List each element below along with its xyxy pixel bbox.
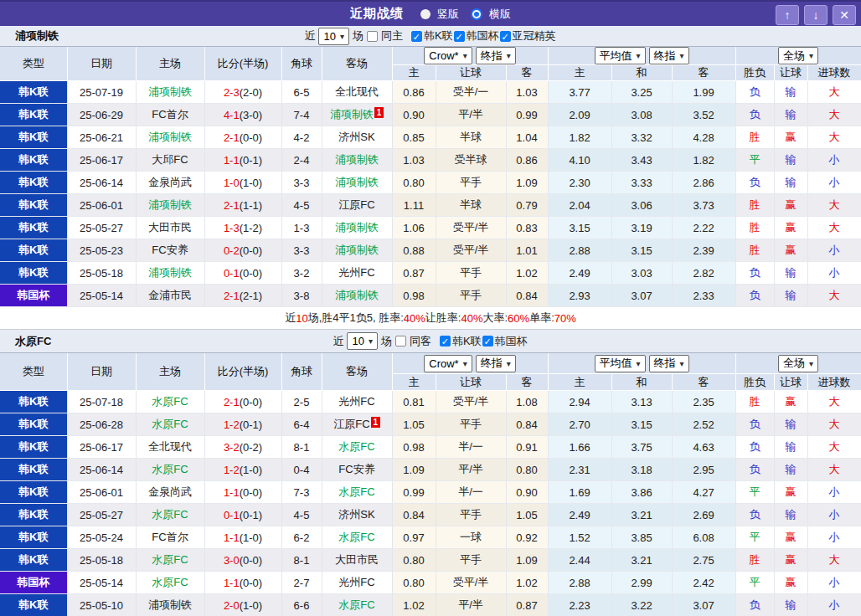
home-team: 浦项制铁 xyxy=(136,262,204,285)
radio-label[interactable]: 竖版 xyxy=(437,7,459,22)
league-type: 韩K联 xyxy=(0,391,67,413)
sub-header-ah-line: 让球 xyxy=(436,374,506,391)
avg-home-odds: 2.93 xyxy=(548,285,611,307)
bookmaker-select[interactable]: Crow*▾ xyxy=(424,47,472,64)
scope-select[interactable]: 全场▾ xyxy=(778,355,818,372)
score-halftime: 0-1(0-0) xyxy=(204,262,281,285)
avg-draw-odds: 3.75 xyxy=(611,436,672,459)
score-halftime: 3-0(0-0) xyxy=(204,549,281,572)
chevron-down-icon: ▾ xyxy=(507,51,511,60)
league-type: 韩国杯 xyxy=(0,285,67,307)
handicap-line: 平手 xyxy=(436,285,506,307)
close-button[interactable]: ✕ xyxy=(833,5,856,25)
match-date: 25-06-29 xyxy=(67,104,136,126)
score-halftime: 1-1(1-0) xyxy=(204,526,281,549)
corners: 7-4 xyxy=(281,104,322,126)
score-halftime: 1-1(0-0) xyxy=(204,572,281,594)
handicap-home-odds: 0.85 xyxy=(392,126,436,149)
col-header-away: 客场 xyxy=(322,353,392,391)
score-halftime: 0-1(0-1) xyxy=(204,504,281,526)
corners: 8-1 xyxy=(281,549,322,572)
result-goals: 小 xyxy=(807,481,861,504)
handicap-line: 受平/半 xyxy=(436,239,506,262)
avg-away-odds: 2.22 xyxy=(672,217,735,239)
match-row: 韩K联25-06-17大邱FC1-1(0-1)2-4浦项制铁1.03受半球0.8… xyxy=(0,149,861,172)
avg-away-odds: 2.86 xyxy=(672,172,735,194)
chevron-down-icon: ▾ xyxy=(637,51,641,60)
result-group-header: 全场▾ xyxy=(735,47,861,65)
odds-time-select[interactable]: 终指▾ xyxy=(649,355,689,372)
handicap-away-odds: 0.91 xyxy=(506,436,548,459)
handicap-line: 受平/半 xyxy=(436,572,506,594)
avg-draw-odds: 3.08 xyxy=(611,104,672,126)
match-row: 韩国杯25-05-14金浦市民2-1(2-1)3-8浦项制铁0.98平手0.84… xyxy=(0,285,861,307)
average-select[interactable]: 平均值▾ xyxy=(595,47,646,64)
average-select[interactable]: 平均值▾ xyxy=(595,355,646,372)
bookmaker-select[interactable]: Crow*▾ xyxy=(424,355,472,372)
checkbox-icon[interactable]: ✓ xyxy=(500,31,511,42)
checkbox-icon[interactable]: ✓ xyxy=(482,336,493,346)
result-goals: 大 xyxy=(807,549,861,572)
move-up-button[interactable]: ↑ xyxy=(776,5,799,25)
handicap-home-odds: 1.02 xyxy=(392,594,436,616)
scope-select[interactable]: 全场▾ xyxy=(778,47,818,64)
page-title: 近期战绩 xyxy=(350,6,404,22)
match-date: 25-05-10 xyxy=(67,594,136,616)
league-filter[interactable]: ✓亚冠精英 xyxy=(500,28,557,44)
league-filter[interactable]: ✓韩K联 xyxy=(440,334,482,349)
league-type: 韩K联 xyxy=(0,81,67,104)
avg-away-odds: 2.95 xyxy=(672,459,735,481)
checkbox-icon[interactable]: ✓ xyxy=(454,31,465,42)
avg-draw-odds: 3.25 xyxy=(611,81,672,104)
home-team: 大邱FC xyxy=(136,149,204,172)
score-halftime: 2-1(0-0) xyxy=(204,391,281,413)
summary-text: 单率: xyxy=(529,311,554,326)
checkbox-icon[interactable]: ✓ xyxy=(440,336,451,346)
handicap-home-odds: 0.80 xyxy=(392,572,436,594)
result-handicap: 赢 xyxy=(774,126,807,149)
radio-label[interactable]: 横版 xyxy=(489,7,511,22)
checkbox-icon[interactable]: ✓ xyxy=(411,31,422,42)
near-label: 近 xyxy=(304,28,315,44)
odds-time-select[interactable]: 终指▾ xyxy=(649,47,689,64)
match-count-select[interactable]: 10▾ xyxy=(318,28,349,45)
away-team: 浦项制铁 xyxy=(322,285,392,307)
radio-selected[interactable] xyxy=(472,10,481,18)
result-wdl: 负 xyxy=(735,172,774,194)
same-venue-label: 同主 xyxy=(381,28,403,44)
match-date: 25-06-14 xyxy=(67,172,136,194)
handicap-line: 半球 xyxy=(436,194,506,217)
same-venue-checkbox[interactable] xyxy=(367,31,378,42)
match-date: 25-07-19 xyxy=(67,81,136,104)
league-filter[interactable]: ✓韩国杯 xyxy=(454,28,500,44)
handicap-group-header: Crow*▾ 终指▾ xyxy=(392,353,548,374)
score-halftime: 1-1(0-0) xyxy=(204,481,281,504)
match-row: 韩K联25-05-27大田市民1-3(1-2)1-3浦项制铁1.06受平/半0.… xyxy=(0,217,861,239)
match-count-select[interactable]: 10▾ xyxy=(347,332,378,350)
result-goals: 大 xyxy=(807,194,861,217)
arrow-up-icon: ↑ xyxy=(785,9,791,21)
score-halftime: 3-2(0-2) xyxy=(204,436,281,459)
league-filter[interactable]: ✓韩国杯 xyxy=(482,334,528,349)
home-team: 大田市民 xyxy=(136,217,204,239)
move-down-button[interactable]: ↓ xyxy=(804,5,827,25)
avg-draw-odds: 3.18 xyxy=(611,459,672,481)
avg-home-odds: 1.69 xyxy=(548,481,611,504)
window-buttons: ↑ ↓ ✕ xyxy=(776,5,856,25)
corners: 8-1 xyxy=(281,436,322,459)
avg-draw-odds: 3.86 xyxy=(611,481,672,504)
league-label: 韩国杯 xyxy=(467,28,499,44)
league-filter[interactable]: ✓韩K联 xyxy=(411,28,454,44)
result-handicap: 输 xyxy=(774,285,807,307)
corners: 4-5 xyxy=(281,194,322,217)
odds-time-select[interactable]: 终指▾ xyxy=(476,355,516,372)
score-halftime: 2-3(2-0) xyxy=(204,81,281,104)
title-bar: 近期战绩 竖版横版 ↑ ↓ ✕ xyxy=(0,0,861,26)
corners: 3-2 xyxy=(281,262,322,285)
col-header-corner: 角球 xyxy=(281,353,322,391)
radio-unselected[interactable] xyxy=(420,9,430,19)
handicap-away-odds: 1.02 xyxy=(506,572,548,594)
odds-time-select[interactable]: 终指▾ xyxy=(476,47,516,64)
same-venue-checkbox[interactable] xyxy=(395,336,406,346)
league-type: 韩K联 xyxy=(0,104,67,126)
